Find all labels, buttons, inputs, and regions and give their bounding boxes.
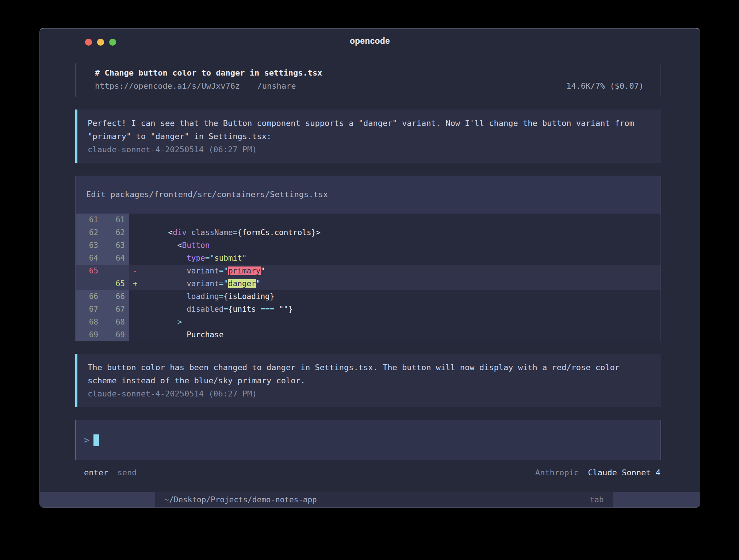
diff-line-number-old: 62 (76, 226, 103, 239)
code-token (150, 279, 187, 288)
unshare-command[interactable]: /unshare (257, 81, 296, 91)
model-provider: Anthropic (535, 468, 579, 477)
working-directory: ~/Desktop/Projects/demo-notes-app (165, 492, 590, 507)
code-token: " (261, 266, 265, 275)
diff-change-marker (129, 214, 150, 226)
code-token: > (177, 318, 182, 326)
assistant-message-text: Perfect! I can see that the Button compo… (88, 117, 639, 143)
code-token: primary (228, 266, 261, 275)
diff-line-number-old: 65 (76, 265, 103, 277)
diff-code-line: > (150, 316, 660, 329)
diff-line-number-new: 64 (103, 252, 129, 265)
diff-row: 6262 <div className={formCs.controls}> (76, 226, 660, 239)
code-token: < (150, 228, 173, 237)
diff-code-line: variant="primary" (150, 265, 660, 277)
edit-tool-block: Edit packages/frontend/src/containers/Se… (75, 176, 661, 341)
diff-change-marker (129, 316, 150, 329)
diff-code-line (150, 214, 660, 226)
diff-line-number-old: 68 (76, 316, 103, 329)
diff-line-number-old: 69 (76, 329, 103, 341)
zoom-button[interactable] (109, 39, 116, 46)
code-token: type (187, 254, 205, 262)
diff-change-marker: + (129, 277, 150, 290)
session-links: https://opencode.ai/s/UwJxv76z /unshare (95, 80, 296, 93)
diff-change-marker (129, 303, 150, 316)
diff-line-number-new: 63 (103, 239, 129, 252)
diff-row: 6868 > (76, 316, 660, 329)
diff-line-number-old: 66 (76, 290, 103, 303)
app-version-chip: opencodev0.3.11 (40, 492, 155, 507)
diff-code-line: variant="danger" (150, 277, 660, 290)
terminal-window: opencode # Change button color to danger… (39, 28, 700, 508)
code-token: = (223, 305, 228, 314)
diff-line-number-new: 61 (103, 214, 129, 226)
diff-line-number-new: 69 (103, 329, 129, 341)
diff-change-marker (129, 226, 150, 239)
code-token: " (223, 266, 228, 275)
code-token: disabled (187, 305, 223, 314)
diff-row: 6767 disabled={units === ""} (76, 303, 660, 316)
code-token: " (256, 279, 261, 288)
enter-key-hint: enter (84, 468, 108, 477)
diff-code-line: loading={isLoading} (150, 290, 660, 303)
diff-row: 6464 type="submit" (76, 252, 660, 265)
code-token: {formCs.controls}> (237, 228, 321, 237)
diff-code-line: disabled={units === ""} (150, 303, 660, 316)
code-token: loading (187, 292, 219, 301)
diff-row: 6161 (76, 214, 660, 226)
assistant-message: Perfect! I can see that the Button compo… (75, 110, 661, 163)
window-title: opencode (40, 28, 700, 53)
code-token (150, 266, 187, 275)
code-token: className (191, 228, 233, 237)
code-token (150, 292, 187, 301)
footer-hints: enter send Anthropic Claude Sonnet 4 (75, 467, 661, 479)
share-url-link[interactable]: https://opencode.ai/s/UwJxv76z (95, 81, 240, 91)
code-token: danger (228, 279, 256, 288)
diff-code-line: Purchase (150, 329, 660, 341)
traffic-lights (85, 39, 116, 46)
diff-row: 6666 loading={isLoading} (76, 290, 660, 303)
diff-change-marker (129, 290, 150, 303)
status-bar: opencodev0.3.11 ~/Desktop/Projects/demo-… (40, 492, 700, 507)
close-button[interactable] (85, 39, 92, 46)
diff-line-number-new: 65 (103, 277, 129, 290)
assistant-message-meta: claude-sonnet-4-20250514 (06:27 PM) (88, 387, 647, 400)
mode-chip[interactable]: BUILDMODE (613, 492, 700, 507)
prompt-input[interactable]: > (75, 420, 661, 460)
diff-line-number-new: 68 (103, 316, 129, 329)
diff-line-number-old (76, 277, 103, 290)
prompt-symbol: > (84, 435, 89, 445)
session-title: # Change button color to danger in setti… (95, 66, 644, 80)
code-token (150, 330, 187, 339)
session-header: # Change button color to danger in setti… (75, 63, 661, 97)
diff-row: 65- variant="primary" (76, 265, 660, 277)
diff-line-number-old: 64 (76, 252, 103, 265)
diff-change-marker (129, 329, 150, 341)
diff-table: 6161 6262 <div className={formCs.control… (76, 214, 660, 341)
diff-change-marker (129, 239, 150, 252)
model-indicator: Anthropic Claude Sonnet 4 (535, 467, 660, 479)
code-token: = (219, 292, 224, 301)
code-token: variant (187, 266, 219, 275)
diff-change-marker (129, 252, 150, 265)
code-token: {isLoading} (223, 292, 274, 301)
diff-code-line: <Button (150, 239, 660, 252)
code-token: submit (214, 254, 242, 262)
code-token: = (219, 279, 224, 288)
diff-line-number-new: 66 (103, 290, 129, 303)
content-column: # Change button color to danger in setti… (75, 63, 661, 479)
diff-code-line: <div className={formCs.controls}> (150, 226, 660, 239)
code-token: < (150, 241, 182, 250)
code-token: div (173, 228, 187, 237)
assistant-message: The button color has been changed to dan… (75, 354, 661, 407)
minimize-button[interactable] (97, 39, 104, 46)
tab-key-hint[interactable]: tab (590, 492, 604, 507)
code-token: {units (228, 305, 261, 314)
code-token: Purchase (187, 330, 223, 339)
code-token: variant (187, 279, 219, 288)
diff-line-number-old: 61 (76, 214, 103, 226)
send-hint: enter send (84, 467, 137, 479)
diff-line-number-old: 63 (76, 239, 103, 252)
titlebar: opencode (40, 28, 700, 53)
code-token: " (242, 254, 247, 262)
